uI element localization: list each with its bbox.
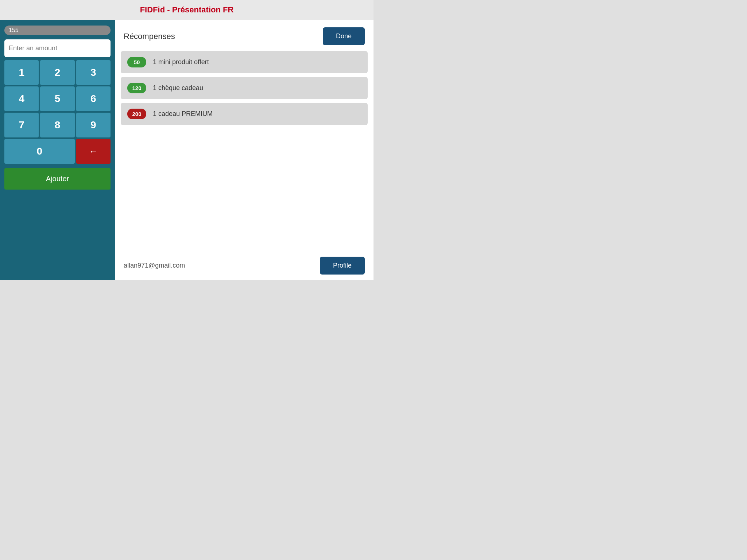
reward-label-3: 1 cadeau PREMIUM bbox=[153, 110, 213, 118]
key-3[interactable]: 3 bbox=[76, 60, 111, 85]
right-header: Récompenses Done bbox=[115, 20, 374, 51]
key-6[interactable]: 6 bbox=[76, 86, 111, 111]
user-email: allan971@gmail.com bbox=[124, 262, 185, 269]
reward-item-2: 120 1 chèque cadeau bbox=[121, 77, 368, 99]
reward-badge-2: 120 bbox=[127, 83, 146, 93]
reward-badge-1: 50 bbox=[127, 57, 146, 67]
reward-badge-3: 200 bbox=[127, 109, 146, 119]
reward-item-1: 50 1 mini produit offert bbox=[121, 51, 368, 73]
reward-item-3: 200 1 cadeau PREMIUM bbox=[121, 103, 368, 125]
rewards-list: 50 1 mini produit offert 120 1 chèque ca… bbox=[115, 51, 374, 125]
left-panel: 155 1 2 3 4 5 6 7 8 9 0 ← Ajouter bbox=[0, 20, 115, 280]
main-container: 155 1 2 3 4 5 6 7 8 9 0 ← Ajouter Récomp… bbox=[0, 20, 374, 280]
recompenses-title: Récompenses bbox=[124, 32, 175, 41]
keypad: 1 2 3 4 5 6 7 8 9 0 ← bbox=[4, 60, 111, 164]
reward-label-1: 1 mini produit offert bbox=[153, 58, 209, 66]
key-0[interactable]: 0 bbox=[4, 139, 75, 164]
key-backspace[interactable]: ← bbox=[76, 139, 111, 164]
done-button[interactable]: Done bbox=[323, 27, 365, 45]
key-7[interactable]: 7 bbox=[4, 113, 39, 137]
profile-button[interactable]: Profile bbox=[320, 257, 365, 275]
amount-input[interactable] bbox=[4, 39, 111, 57]
key-2[interactable]: 2 bbox=[40, 60, 74, 85]
right-panel: Récompenses Done 50 1 mini produit offer… bbox=[115, 20, 374, 280]
key-5[interactable]: 5 bbox=[40, 86, 74, 111]
reward-label-2: 1 chèque cadeau bbox=[153, 84, 203, 92]
add-button[interactable]: Ajouter bbox=[4, 168, 111, 190]
key-9[interactable]: 9 bbox=[76, 113, 111, 137]
key-1[interactable]: 1 bbox=[4, 60, 39, 85]
app-header: FIDFid - Présentation FR bbox=[0, 0, 374, 20]
points-badge: 155 bbox=[4, 26, 111, 35]
key-8[interactable]: 8 bbox=[40, 113, 74, 137]
app-title: FIDFid - Présentation FR bbox=[140, 5, 234, 14]
key-4[interactable]: 4 bbox=[4, 86, 39, 111]
right-footer: allan971@gmail.com Profile bbox=[115, 250, 374, 280]
